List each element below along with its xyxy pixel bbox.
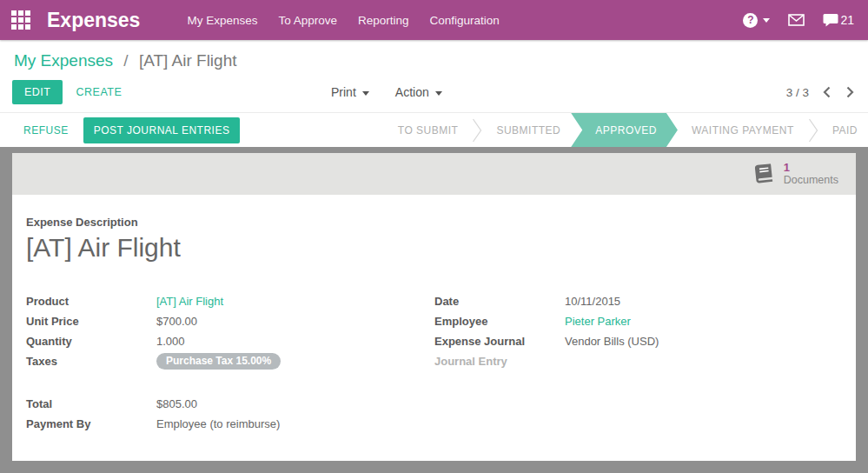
documents-label: Documents	[784, 174, 838, 186]
chevron-down-icon	[362, 91, 369, 96]
field-label: Payment By	[26, 414, 156, 434]
app-title[interactable]: Expenses	[47, 9, 140, 32]
expense-title: [AT] Air Flight	[26, 233, 842, 263]
fields-right-column: Date 10/11/2015 Employee Pieter Parker E…	[434, 291, 842, 371]
pager-counter: 3 / 3	[786, 86, 809, 99]
employee-link[interactable]: Pieter Parker	[565, 311, 631, 331]
field-label: Product	[26, 291, 156, 311]
form-view-backdrop: 1 Documents Expense Description [AT] Air…	[0, 147, 868, 473]
control-panel-buttons-row: EDIT CREATE Print Action 3 / 3	[12, 80, 856, 104]
messages-inbox-button[interactable]	[788, 14, 805, 26]
breadcrumb: My Expenses / [AT] Air Flight	[14, 51, 856, 70]
expense-journal-value: Vendor Bills (USD)	[565, 331, 659, 351]
field-label: Employee	[434, 311, 565, 331]
tax-badge: Purchase Tax 15.00%	[156, 353, 281, 370]
help-menu-button[interactable]: ?	[743, 13, 770, 28]
edit-button[interactable]: EDIT	[12, 80, 63, 104]
status-approved[interactable]: APPROVED	[571, 113, 678, 147]
status-waiting-payment[interactable]: WAITING PAYMENT	[678, 113, 808, 147]
field-label: Journal Entry	[434, 351, 565, 371]
pager-next-button[interactable]	[845, 84, 856, 100]
post-journal-entries-button[interactable]: POST JOURNAL ENTRIES	[83, 117, 241, 143]
nav-item-my-expenses[interactable]: My Expenses	[187, 10, 257, 30]
expense-description-label: Expense Description	[26, 216, 842, 229]
help-icon: ?	[743, 13, 758, 28]
chevron-separator-icon	[808, 113, 818, 147]
unit-price-value: $700.00	[156, 311, 197, 331]
payment-by-value: Employee (to reimburse)	[156, 414, 280, 434]
statusbar: REFUSE POST JOURNAL ENTRIES TO SUBMIT SU…	[0, 112, 868, 147]
date-value: 10/11/2015	[565, 291, 620, 311]
field-journal-entry: Journal Entry	[434, 351, 842, 371]
field-product: Product [AT] Air Flight	[26, 291, 434, 311]
book-icon	[752, 163, 777, 186]
action-dropdown[interactable]: Action	[395, 85, 442, 99]
pager-previous-button[interactable]	[821, 84, 832, 100]
field-employee: Employee Pieter Parker	[434, 311, 842, 331]
chevron-down-icon	[763, 18, 770, 23]
field-quantity: Quantity 1.000	[26, 331, 434, 351]
chat-message-count: 21	[840, 13, 854, 27]
field-expense-journal: Expense Journal Vendor Bills (USD)	[434, 331, 842, 351]
apps-grid-icon[interactable]	[11, 10, 30, 30]
print-dropdown[interactable]: Print	[331, 85, 369, 99]
sheet-button-box: 1 Documents	[12, 153, 856, 195]
field-label: Total	[26, 394, 156, 414]
sheet-body: Expense Description [AT] Air Flight Prod…	[12, 195, 856, 448]
nav-item-reporting[interactable]: Reporting	[358, 10, 409, 30]
status-paid[interactable]: PAID	[818, 113, 868, 147]
nav-item-to-approve[interactable]: To Approve	[278, 10, 337, 30]
field-unit-price: Unit Price $700.00	[26, 311, 434, 331]
field-label: Taxes	[26, 351, 156, 371]
expense-form-sheet: 1 Documents Expense Description [AT] Air…	[12, 153, 856, 461]
field-taxes: Taxes Purchase Tax 15.00%	[26, 351, 434, 371]
chevron-separator-icon	[472, 113, 482, 147]
action-dropdown-label: Action	[395, 85, 429, 99]
field-label: Expense Journal	[434, 331, 565, 351]
status-pipeline: TO SUBMIT SUBMITTED APPROVED WAITING PAY…	[384, 113, 868, 147]
refuse-button[interactable]: REFUSE	[23, 124, 69, 137]
print-dropdown-label: Print	[331, 85, 356, 99]
action-dropdowns: Print Action	[331, 85, 442, 99]
chevron-down-icon	[435, 91, 442, 96]
status-submitted[interactable]: SUBMITTED	[482, 113, 574, 147]
totals-group: Total $805.00 Payment By Employee (to re…	[26, 394, 842, 434]
record-pager: 3 / 3	[786, 84, 856, 100]
documents-button[interactable]: 1 Documents	[752, 162, 838, 186]
field-date: Date 10/11/2015	[434, 291, 842, 311]
nav-item-configuration[interactable]: Configuration	[430, 10, 500, 30]
field-label: Unit Price	[26, 311, 156, 331]
chat-bubble-icon	[823, 13, 838, 27]
chevron-left-icon	[823, 86, 831, 98]
total-value: $805.00	[156, 394, 197, 414]
envelope-icon	[788, 14, 805, 26]
field-total: Total $805.00	[26, 394, 842, 414]
quantity-value: 1.000	[156, 331, 185, 351]
field-columns: Product [AT] Air Flight Unit Price $700.…	[26, 291, 842, 371]
field-payment-by: Payment By Employee (to reimburse)	[26, 414, 842, 434]
chevron-right-icon	[846, 86, 854, 98]
field-label: Quantity	[26, 331, 156, 351]
product-link[interactable]: [AT] Air Flight	[156, 291, 223, 311]
status-to-submit[interactable]: TO SUBMIT	[384, 113, 473, 147]
documents-count: 1	[784, 162, 838, 174]
control-panel: My Expenses / [AT] Air Flight EDIT CREAT…	[0, 40, 868, 112]
top-navbar: Expenses My Expenses To Approve Reportin…	[0, 0, 868, 40]
create-button[interactable]: CREATE	[65, 80, 132, 104]
chat-messages-button[interactable]: 21	[823, 13, 854, 27]
field-label: Date	[434, 291, 565, 311]
nav-menu: My Expenses To Approve Reporting Configu…	[187, 10, 499, 30]
nav-right-icons: ? 21	[743, 13, 854, 28]
breadcrumb-separator: /	[123, 51, 128, 70]
breadcrumb-current: [AT] Air Flight	[139, 51, 237, 70]
breadcrumb-parent-link[interactable]: My Expenses	[14, 51, 113, 70]
fields-left-column: Product [AT] Air Flight Unit Price $700.…	[26, 291, 434, 371]
documents-button-text: 1 Documents	[784, 162, 838, 186]
